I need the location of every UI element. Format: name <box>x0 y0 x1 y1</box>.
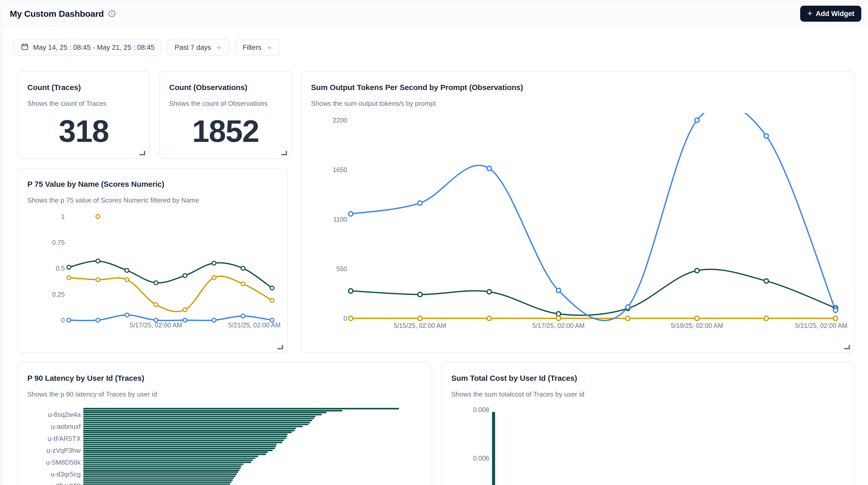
data-point-marker <box>418 201 422 205</box>
user-id-label: u-8fVa9T3 <box>50 483 81 485</box>
series-amber-single-point <box>96 215 100 218</box>
filters-label: Filters <box>242 43 261 52</box>
user-id-label: u-aobnuxf <box>51 423 81 430</box>
date-range-value: May 14, 25 : 08:45 - May 21, 25 : 08:45 <box>33 43 154 52</box>
latency-bar <box>83 481 231 483</box>
series-blue <box>349 113 838 321</box>
filters-dropdown[interactable]: Filters <box>235 39 280 56</box>
data-point-marker <box>349 289 353 293</box>
dashboard-page: My Custom Dashboard + Add Widget <box>1 1 868 485</box>
widget-title: Count (Traces) <box>27 83 81 92</box>
count-value: 318 <box>18 116 149 147</box>
user-id-label: u-d3qr5cg <box>51 471 81 478</box>
data-point-marker <box>487 166 492 171</box>
plus-icon: + <box>807 9 812 18</box>
latency-bar <box>83 479 232 481</box>
latency-bar <box>83 483 230 485</box>
y-axis-tick: 1 <box>61 213 65 220</box>
widget-p90-latency-by-user[interactable]: P 90 Latency by User Id (Traces) Shows t… <box>18 362 432 485</box>
latency-bar <box>83 456 258 457</box>
widget-sum-total-cost-by-user[interactable]: Sum Total Cost by User Id (Traces) Shows… <box>441 362 855 485</box>
y-axis-tick: 1650 <box>333 166 347 173</box>
data-point-marker <box>212 319 216 322</box>
data-point-marker <box>67 319 71 322</box>
latency-bar <box>83 474 237 475</box>
data-point-marker <box>349 316 353 321</box>
data-point-marker <box>695 316 699 321</box>
latency-bar <box>83 408 399 410</box>
time-preset-value: Past 7 days <box>175 43 211 52</box>
data-point-marker <box>626 316 630 321</box>
time-preset-dropdown[interactable]: Past 7 days <box>167 39 229 56</box>
x-axis-tick: 5/21/25, 02:00 AM <box>795 322 847 329</box>
latency-bar <box>83 463 243 465</box>
add-widget-button[interactable]: + Add Widget <box>800 6 861 22</box>
user-id-label: u-zVqP3hw <box>46 447 81 454</box>
data-point-marker <box>418 292 422 297</box>
page-header: My Custom Dashboard + Add Widget <box>2 2 868 26</box>
y-axis-tick: 0 <box>343 315 347 322</box>
widget-count-traces[interactable]: Count (Traces) Shows the count of Traces… <box>18 71 150 159</box>
latency-bar <box>83 442 282 443</box>
filter-toolbar: May 14, 25 : 08:45 - May 21, 25 : 08:45 … <box>13 39 280 56</box>
data-point-marker <box>183 319 187 322</box>
latency-bar <box>83 426 303 427</box>
latency-bar <box>83 428 296 429</box>
data-point-marker <box>556 312 561 316</box>
p75-line-chart: 00.250.50.7515/17/25, 02:00 AM5/21/25, 0… <box>23 208 284 332</box>
latency-bar <box>83 450 273 451</box>
tokens-line-chart: 05501100165022005/15/25, 02:00 AM5/17/25… <box>306 113 850 340</box>
data-point-marker <box>67 265 71 269</box>
data-point-marker <box>125 278 129 282</box>
series-green <box>349 268 838 316</box>
latency-bar <box>83 458 255 459</box>
latency-bar <box>83 467 241 469</box>
resize-handle-icon[interactable] <box>140 151 145 155</box>
user-id-label: u-8sq2w4a <box>48 411 81 418</box>
latency-bar <box>83 471 238 473</box>
add-widget-label: Add Widget <box>816 10 854 18</box>
series-line <box>351 269 836 315</box>
y-axis-tick: 2200 <box>333 117 347 124</box>
chevron-down-icon <box>266 44 273 51</box>
axes: 00.250.50.7515/17/25, 02:00 AM5/21/25, 0… <box>52 213 281 329</box>
user-id-label: u-tFAR5TX <box>48 435 81 442</box>
widget-subtitle: Shows the p 75 value of Scores Numeric f… <box>27 196 199 204</box>
date-range-picker[interactable]: May 14, 25 : 08:45 - May 21, 25 : 08:45 <box>13 39 162 56</box>
widget-count-observations[interactable]: Count (Observations) Shows the count of … <box>159 71 292 159</box>
widget-title: P 90 Latency by User Id (Traces) <box>27 374 144 383</box>
widget-title: P 75 Value by Name (Scores Numeric) <box>27 180 164 189</box>
x-axis-tick: 5/15/25, 02:00 AM <box>394 322 446 329</box>
data-point-marker <box>270 286 274 290</box>
y-axis-tick: 1100 <box>333 216 347 223</box>
info-icon[interactable] <box>108 10 116 18</box>
data-point-marker <box>96 278 100 282</box>
resize-handle-icon[interactable] <box>281 151 287 155</box>
latency-bar <box>83 438 286 439</box>
latency-bar <box>83 476 236 477</box>
calendar-icon <box>21 42 29 53</box>
series-line <box>351 113 836 321</box>
widget-sum-output-tokens[interactable]: Sum Output Tokens Per Second by Prompt (… <box>301 71 855 353</box>
latency-bar <box>83 432 292 433</box>
resize-handle-icon[interactable] <box>277 345 283 349</box>
latency-bar <box>83 414 321 415</box>
data-point-marker <box>183 308 187 312</box>
latency-bar <box>83 418 314 420</box>
data-point-marker <box>154 281 158 285</box>
data-point-marker <box>270 319 274 322</box>
data-point-marker <box>241 314 245 318</box>
latency-bar <box>83 410 342 412</box>
data-point-marker <box>626 305 630 309</box>
data-point-marker <box>96 215 100 218</box>
data-point-marker <box>270 299 274 302</box>
data-point-marker <box>764 134 769 138</box>
latency-bar <box>83 422 310 423</box>
widget-p75-value-by-name[interactable]: P 75 Value by Name (Scores Numeric) Show… <box>18 168 288 353</box>
latency-bar <box>83 478 234 479</box>
data-point-marker <box>125 313 129 317</box>
latency-bar <box>83 465 241 467</box>
data-point-marker <box>764 279 769 283</box>
resize-handle-icon[interactable] <box>844 345 850 349</box>
data-point-marker <box>695 118 699 123</box>
